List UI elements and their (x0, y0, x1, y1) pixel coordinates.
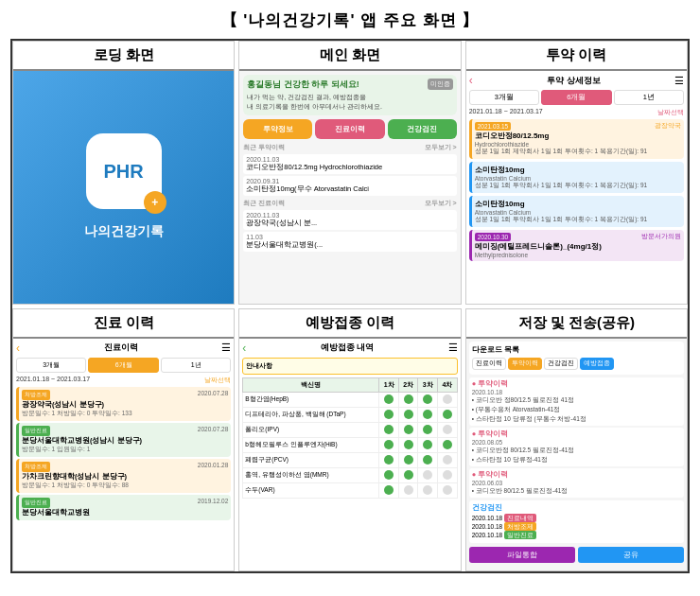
cell-medical: 진료 이력 ‹ 진료이력 ☰ 3개월 6개월 1년 2021.01.18 ~ 2… (12, 308, 235, 572)
health-item-1: 2020.10.18 진료내역 (472, 515, 681, 523)
med-time-tabs: 3개월 6개월 1년 (16, 358, 231, 373)
med-title: 진료이력 (22, 342, 219, 354)
cell-loading: 로딩 화면 PHR + 나의건강기록 (12, 41, 235, 305)
drug-menu-icon[interactable]: ☰ (674, 75, 684, 87)
med-item-3: 처방조제 2020.01.28 가차크린향대학(성남시 분당구) 방문일수: 1… (16, 459, 231, 493)
med-menu-icon[interactable]: ☰ (221, 342, 231, 354)
vac-name-2: 폴리오(IPV) (243, 422, 379, 437)
store-filter-tabs: 진료이력 투약이력 건강검진 예방접종 (472, 358, 681, 370)
drug-nav: ‹ 투약 상세정보 ☰ (469, 74, 684, 87)
vac-dose-2-0 (379, 422, 399, 437)
medical-screen: ‹ 진료이력 ☰ 3개월 6개월 1년 2021.01.18 ~ 2021.03… (13, 339, 234, 571)
drug-item-2: 소미탄정10mg Atorvastatin Calcium 성분 1일 1회 투… (469, 162, 684, 193)
med-tab-6m[interactable]: 6개월 (88, 358, 158, 373)
vac-notice: 안내사항 (242, 358, 457, 375)
vac-name-1: 디프테리아, 파상풍, 백일해 (DTaP) (243, 407, 379, 422)
health-item-2: 2020.10.18 처방조제 (472, 523, 681, 532)
cell-main: 메인 화면 미인증 홍길동님 건강한 하루 되세요! 내가 먹는 약, 건강검진… (238, 41, 461, 305)
drug-title: 투약 상세정보 (475, 75, 673, 87)
vac-name-4: 폐렴구균(PCV) (243, 452, 379, 467)
cell-header-loading: 로딩 화면 (13, 42, 234, 71)
vac-dose-1-2 (418, 407, 438, 422)
btn-medical-history[interactable]: 진료이력 (315, 119, 384, 139)
vac-menu-icon[interactable]: ☰ (448, 342, 458, 354)
recent-drug-title: 최근 투약이력 모두보기 > (243, 143, 456, 152)
store-record-1: ● 투약이력 2020.10.18 • 코디오반 정80/12.5 필로진정 4… (469, 377, 684, 426)
vac-dose-3-2 (418, 437, 438, 452)
store-tab-vac[interactable]: 예방접종 (580, 358, 614, 370)
vac-col-name: 백신명 (243, 377, 379, 392)
vac-col-3: 3차 (418, 377, 438, 392)
cell-header-drug: 투약 이력 (466, 42, 687, 71)
vac-dose-1-0 (379, 407, 399, 422)
vac-dose-5-0 (379, 467, 399, 482)
vac-dose-1-3 (438, 407, 458, 422)
tab-1y[interactable]: 1년 (614, 90, 684, 105)
tab-3m[interactable]: 3개월 (469, 90, 539, 105)
cell-body-drug: ‹ 투약 상세정보 ☰ 3개월 6개월 1년 2021.01.18 ~ 2021… (466, 71, 687, 304)
page-title: 【 '나의건강기록' 앱 주요 화면 】 (221, 9, 480, 31)
drug-record-1: 2020.11.03 코디오반정80/12.5mg Hydrochlorothi… (243, 154, 456, 174)
store-tab-drug[interactable]: 투약이력 (508, 358, 542, 370)
vac-title: 예방접종 내역 (248, 342, 446, 354)
vaccination-table: 백신명 1차 2차 3차 4차 B형간염(HepB)디프테리아, 파상풍, 백일… (242, 377, 457, 499)
drug-item-4: 2020.10.30 방문서가의원 메미징(메틸프레드니솔론)_(4mg/1정)… (469, 230, 684, 261)
med-back-icon[interactable]: ‹ (16, 342, 20, 355)
drug-item-1: 2021.03.15 광장약국 코디오반정80/12.5mg Hydrochlo… (469, 119, 684, 159)
phr-icon: PHR + (86, 133, 162, 209)
vac-name-5: 홍역, 유행성이하선 염(MMR) (243, 467, 379, 482)
vac-dose-3-1 (398, 437, 418, 452)
vac-dose-1-1 (398, 407, 418, 422)
btn-share[interactable]: 공유 (578, 547, 684, 563)
btn-drug-info[interactable]: 투약정보 (243, 119, 312, 139)
vac-dose-6-3 (438, 482, 458, 498)
cell-drug: 투약 이력 ‹ 투약 상세정보 ☰ 3개월 6개월 1년 2021.01.18 … (465, 41, 688, 305)
greeting-text: 홍길동님 건강한 하루 되세요! (247, 79, 452, 91)
med-record-2: 11.03 분당서울대학교병원(... (243, 232, 456, 252)
store-record-3: ● 투약이력 2020.06.03 • 코디오반 80/12.5 필로진정-41… (469, 468, 684, 498)
cell-storage: 저장 및 전송(공유) 다운로드 목록 진료이력 투약이력 건강검진 예방접종 … (465, 308, 688, 572)
vac-col-2: 2차 (398, 377, 418, 392)
cell-header-storage: 저장 및 전송(공유) (466, 309, 687, 339)
vac-dose-6-2 (418, 482, 438, 498)
vac-col-4: 4차 (438, 377, 458, 392)
user-tag: 미인증 (428, 79, 453, 90)
vac-dose-5-1 (398, 467, 418, 482)
btn-health-checkup[interactable]: 건강검진 (388, 119, 457, 139)
cell-body-storage: 다운로드 목록 진료이력 투약이력 건강검진 예방접종 ● 투약이력 2020.… (466, 339, 687, 571)
drug-date-1: 2021.03.15 (475, 122, 512, 131)
med-nav: ‹ 진료이력 ☰ (16, 342, 231, 355)
vac-dose-2-1 (398, 422, 418, 437)
vac-dose-0-0 (379, 392, 399, 407)
med-tab-3m[interactable]: 3개월 (16, 358, 86, 373)
btn-merge[interactable]: 파일통합 (469, 547, 575, 563)
med-record-1: 2020.11.03 광장약국(성남시 분... (243, 210, 456, 230)
vac-name-0: B형간염(HepB) (243, 392, 379, 407)
cell-header-vaccination: 예방접종 이력 (239, 309, 460, 339)
vac-dose-3-0 (379, 437, 399, 452)
store-tab-medical[interactable]: 진료이력 (472, 358, 506, 370)
store-records: ● 투약이력 2020.10.18 • 코디오반 정80/12.5 필로진정 4… (469, 377, 684, 498)
drug-date-4: 2020.10.30 (475, 233, 512, 241)
pill-icon: + (144, 191, 166, 214)
cell-body-main: 미인증 홍길동님 건강한 하루 되세요! 내가 먹는 약, 건강검진 결과, 예… (239, 71, 460, 304)
cell-header-main: 메인 화면 (239, 42, 460, 71)
vac-back-icon[interactable]: ‹ (242, 342, 246, 355)
main-screen: 미인증 홍길동님 건강한 하루 되세요! 내가 먹는 약, 건강검진 결과, 예… (239, 71, 460, 304)
cell-body-vaccination: ‹ 예방접종 내역 ☰ 안내사항 백신명 1차 2차 3차 4차 (239, 339, 460, 571)
vac-dose-6-1 (398, 482, 418, 498)
drug-time-tabs: 3개월 6개월 1년 (469, 90, 684, 105)
vaccination-screen: ‹ 예방접종 내역 ☰ 안내사항 백신명 1차 2차 3차 4차 (239, 339, 460, 571)
loading-screen: PHR + 나의건강기록 (13, 71, 234, 304)
app-name-label: 나의건강기록 (84, 223, 164, 240)
store-tab-health[interactable]: 건강검진 (544, 358, 578, 370)
greeting-sub: 내가 먹는 약, 건강검진 결과, 예방접종을내 의료기록을 한번에 아무데서나… (247, 93, 452, 112)
vac-dose-6-0 (379, 482, 399, 498)
tab-6m[interactable]: 6개월 (541, 90, 611, 105)
recent-med-title: 최근 진료이력 모두보기 > (243, 199, 456, 208)
drug-date-range: 2021.01.18 ~ 2021.03.17 날짜선택 (469, 108, 684, 117)
med-tab-1y[interactable]: 1년 (161, 358, 231, 373)
vac-dose-0-1 (398, 392, 418, 407)
drug-back-icon[interactable]: ‹ (469, 74, 473, 87)
vac-dose-4-0 (379, 452, 399, 467)
